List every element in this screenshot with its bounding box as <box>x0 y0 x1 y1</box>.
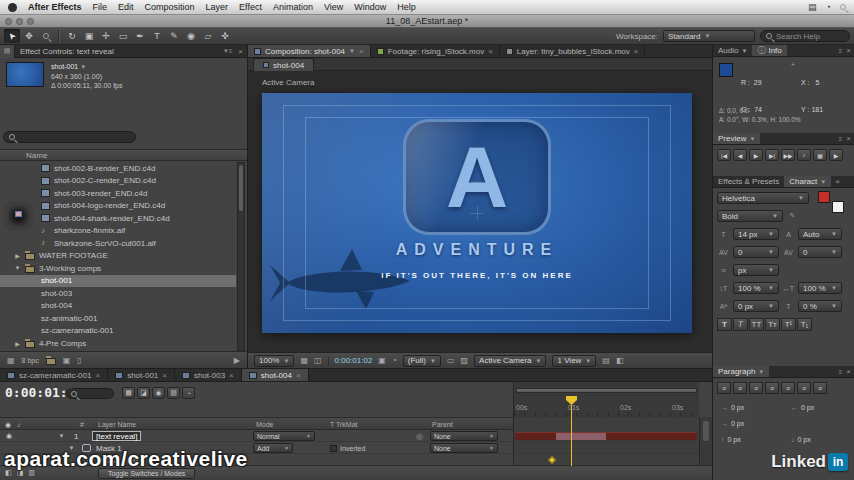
stroke-width-field[interactable]: px▼ <box>733 264 779 276</box>
tab-composition[interactable]: Composition: shot-004▼× <box>248 45 371 57</box>
timeline-tab[interactable]: sz-cameramatic-001× <box>0 369 108 381</box>
timeline-button-icon[interactable]: ◧ <box>616 356 624 365</box>
magnification-dropdown[interactable]: 100%▼ <box>254 355 294 367</box>
viewer-timecode[interactable]: 0:00:01:02 <box>335 356 373 365</box>
menu-file[interactable]: File <box>93 2 108 12</box>
list-item[interactable]: ▶WATER FOOTAGE <box>0 250 236 263</box>
fill-color-swatch[interactable] <box>818 191 830 203</box>
comp-subtab[interactable]: shot-004 <box>253 58 314 71</box>
leading-field[interactable]: Auto▼ <box>798 228 842 240</box>
list-item[interactable]: shot-004 <box>0 300 236 313</box>
audio-icon[interactable]: ♪ <box>797 149 811 161</box>
mask-shape-tool-icon[interactable]: ▭ <box>115 29 131 43</box>
justify-last-right-icon[interactable]: ≡ <box>797 382 811 394</box>
workspace-dropdown[interactable]: Standard▼ <box>663 30 755 42</box>
menu-layer[interactable]: Layer <box>206 2 229 12</box>
horizontal-scale-field[interactable]: 100 %▼ <box>798 282 842 294</box>
mask-mode-dropdown[interactable]: Add▼ <box>253 443 293 453</box>
new-composition-icon[interactable]: ▣ <box>63 356 71 365</box>
last-frame-icon[interactable]: ▶▶ <box>781 149 795 161</box>
mode-column-header[interactable]: Mode <box>256 421 274 428</box>
list-item[interactable]: Sharkzone-ScrVO-cut001.aif <box>0 237 236 250</box>
list-item[interactable]: sz-cameramatic-001 <box>0 325 236 338</box>
layer-name-field[interactable]: [text reveal] <box>92 431 141 441</box>
menu-edit[interactable]: Edit <box>118 2 134 12</box>
close-icon[interactable]: × <box>842 46 854 55</box>
menu-help[interactable]: Help <box>397 2 416 12</box>
tracking-field[interactable]: 0▼ <box>798 246 842 258</box>
panel-menu-icon[interactable]: ▼≡ <box>221 48 234 54</box>
draft-3d-icon[interactable]: ◪ <box>137 387 150 399</box>
menu-window[interactable]: Window <box>354 2 386 12</box>
list-item[interactable]: shot-004-logo-render_END.c4d <box>0 200 236 213</box>
layer-duration-bar[interactable] <box>515 432 697 440</box>
indent-left-value[interactable]: 0 px <box>731 404 744 411</box>
list-item[interactable]: ▶4-Pre Comps <box>0 337 236 350</box>
small-caps-icon[interactable]: Tᴛ <box>765 318 780 331</box>
fill-stroke-swatches[interactable] <box>815 191 847 213</box>
inverted-checkbox[interactable] <box>330 445 337 452</box>
previous-frame-icon[interactable]: ◀ <box>733 149 747 161</box>
transparency-grid-icon[interactable]: ▨ <box>461 356 469 365</box>
new-folder-icon[interactable] <box>46 358 56 365</box>
camera-tool-icon[interactable]: ▣ <box>81 29 97 43</box>
tab-layer[interactable]: Layer: tiny_bubbles_iStock.mov× <box>500 45 646 57</box>
justify-last-left-icon[interactable]: ≡ <box>765 382 779 394</box>
project-tab[interactable]: ▤ <box>0 45 15 58</box>
camera-dropdown[interactable]: Active Camera▼ <box>474 355 546 367</box>
justify-all-icon[interactable]: ≡ <box>813 382 827 394</box>
puppet-pin-tool-icon[interactable]: ✜ <box>217 29 233 43</box>
list-item[interactable]: ▼3-Working comps <box>0 262 236 275</box>
font-style-dropdown[interactable]: Bold▼ <box>717 210 783 222</box>
list-item[interactable]: shot-003-render_END.c4d <box>0 187 236 200</box>
tab-audio[interactable]: Audio▼ <box>713 45 752 56</box>
close-icon[interactable]: × <box>842 134 854 143</box>
timeline-tab[interactable]: shot-001× <box>108 369 175 381</box>
align-center-icon[interactable]: ≡ <box>733 382 747 394</box>
timeline-search[interactable] <box>66 388 114 399</box>
project-bit-depth[interactable]: 8 bpc <box>22 357 39 364</box>
font-size-field[interactable]: 14 px▼ <box>733 228 779 240</box>
list-item[interactable]: sz-animatic-001 <box>0 312 236 325</box>
twirl-icon[interactable]: ▶ <box>14 252 21 259</box>
loop-icon[interactable]: ▦ <box>813 149 827 161</box>
layer-name-column-header[interactable]: Layer Name <box>98 421 136 428</box>
pen-tool-icon[interactable]: ✒ <box>132 29 148 43</box>
scroll-right-icon[interactable]: ▶ <box>234 356 240 365</box>
interpret-footage-icon[interactable]: ▦ <box>7 356 15 365</box>
align-right-icon[interactable]: ≡ <box>749 382 763 394</box>
motion-blur-icon[interactable]: ◔ <box>182 387 195 399</box>
show-channel-icon[interactable]: ◔ <box>392 356 397 365</box>
justify-last-center-icon[interactable]: ≡ <box>781 382 795 394</box>
tsume-field[interactable]: 0 %▼ <box>798 300 842 312</box>
hide-shy-layers-icon[interactable]: ◉ <box>152 387 165 399</box>
close-icon[interactable]: × <box>359 47 364 56</box>
space-before-value[interactable]: 0 px <box>728 436 741 443</box>
layer-row[interactable]: ◉ ▼ 1 [text reveal] Normal▼ ◎ None▼ <box>0 430 712 442</box>
name-column-header[interactable]: Name <box>26 151 47 160</box>
brush-tool-icon[interactable]: ✎ <box>166 29 182 43</box>
spotlight-icon[interactable] <box>840 4 846 10</box>
clone-stamp-tool-icon[interactable]: ◉ <box>183 29 199 43</box>
project-scrollbar[interactable] <box>237 162 245 351</box>
first-line-indent-value[interactable]: 0 px <box>731 420 744 427</box>
all-caps-icon[interactable]: TT <box>749 318 764 331</box>
status-icon[interactable]: ◔ <box>826 2 831 12</box>
trkmat-column-header[interactable]: T TrkMat <box>330 421 357 428</box>
zoom-tool-icon[interactable] <box>38 29 54 43</box>
parent-dropdown[interactable]: None▼ <box>430 443 498 453</box>
superscript-icon[interactable]: T¹ <box>781 318 796 331</box>
vertical-scale-field[interactable]: 100 %▼ <box>733 282 779 294</box>
frame-blending-icon[interactable]: ▨ <box>167 387 180 399</box>
twirl-icon[interactable]: ▼ <box>58 433 65 439</box>
close-icon[interactable]: × <box>488 47 493 56</box>
eyedropper-icon[interactable]: ✎ <box>786 212 799 220</box>
indent-right-value[interactable]: 0 px <box>801 404 814 411</box>
resolution-dropdown[interactable]: (Full)▼ <box>403 355 441 367</box>
faux-bold-icon[interactable]: T <box>717 318 732 331</box>
timeline-tab-active[interactable]: shot-004× <box>242 369 309 381</box>
help-search-input[interactable] <box>776 32 844 41</box>
close-icon[interactable]: × <box>296 371 301 380</box>
region-of-interest-icon[interactable]: ▭ <box>447 356 455 365</box>
tab-paragraph[interactable]: Paragraph▼ <box>713 366 769 377</box>
